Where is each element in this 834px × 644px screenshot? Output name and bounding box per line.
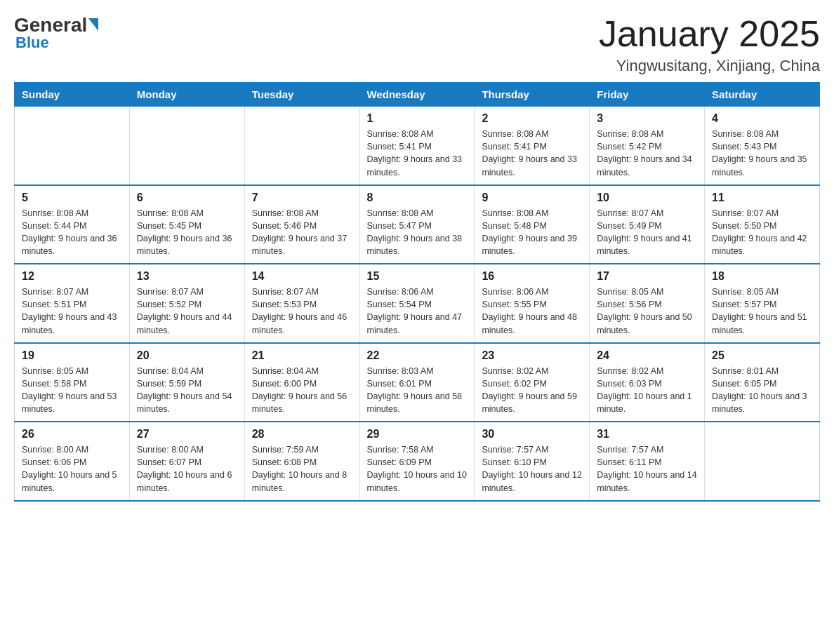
day-number: 29 <box>367 428 468 441</box>
day-info: Sunrise: 8:08 AMSunset: 5:48 PMDaylight:… <box>482 207 582 258</box>
calendar-week-1: 1Sunrise: 8:08 AMSunset: 5:41 PMDaylight… <box>15 107 820 185</box>
page-subtitle: Yingwusitang, Xinjiang, China <box>599 57 820 75</box>
calendar-cell: 16Sunrise: 8:06 AMSunset: 5:55 PMDayligh… <box>475 264 590 343</box>
calendar-cell <box>129 107 244 185</box>
day-info: Sunrise: 7:58 AMSunset: 6:09 PMDaylight:… <box>367 443 468 495</box>
calendar-cell: 15Sunrise: 8:06 AMSunset: 5:54 PMDayligh… <box>359 264 475 343</box>
day-info: Sunrise: 8:07 AMSunset: 5:53 PMDaylight:… <box>252 286 352 337</box>
day-number: 23 <box>482 349 582 362</box>
day-number: 22 <box>367 349 468 362</box>
calendar-week-3: 12Sunrise: 8:07 AMSunset: 5:51 PMDayligh… <box>15 264 820 343</box>
day-number: 4 <box>712 112 812 125</box>
calendar-cell: 17Sunrise: 8:05 AMSunset: 5:56 PMDayligh… <box>590 264 705 343</box>
day-info: Sunrise: 8:07 AMSunset: 5:51 PMDaylight:… <box>22 286 122 337</box>
day-number: 7 <box>252 192 352 204</box>
day-info: Sunrise: 8:08 AMSunset: 5:46 PMDaylight:… <box>252 207 352 258</box>
header-row: SundayMondayTuesdayWednesdayThursdayFrid… <box>15 83 820 107</box>
logo: General Blue <box>14 14 98 52</box>
header-day-thursday: Thursday <box>475 83 590 107</box>
day-number: 11 <box>712 192 812 204</box>
calendar-cell: 10Sunrise: 8:07 AMSunset: 5:49 PMDayligh… <box>590 185 705 264</box>
calendar-cell: 11Sunrise: 8:07 AMSunset: 5:50 PMDayligh… <box>705 185 820 264</box>
day-info: Sunrise: 8:07 AMSunset: 5:49 PMDaylight:… <box>597 207 697 258</box>
logo-arrow-icon <box>88 18 98 31</box>
day-info: Sunrise: 8:00 AMSunset: 6:07 PMDaylight:… <box>137 443 237 495</box>
day-info: Sunrise: 8:08 AMSunset: 5:41 PMDaylight:… <box>482 128 582 179</box>
day-info: Sunrise: 8:08 AMSunset: 5:41 PMDaylight:… <box>367 128 468 179</box>
day-info: Sunrise: 8:02 AMSunset: 6:02 PMDaylight:… <box>482 365 582 416</box>
day-info: Sunrise: 8:07 AMSunset: 5:52 PMDaylight:… <box>137 286 237 337</box>
day-number: 30 <box>482 428 582 441</box>
calendar-cell: 23Sunrise: 8:02 AMSunset: 6:02 PMDayligh… <box>475 343 590 422</box>
header-day-sunday: Sunday <box>15 83 130 107</box>
day-info: Sunrise: 8:03 AMSunset: 6:01 PMDaylight:… <box>367 365 468 416</box>
day-number: 24 <box>597 349 697 362</box>
day-info: Sunrise: 7:57 AMSunset: 6:10 PMDaylight:… <box>482 443 582 495</box>
day-number: 19 <box>22 349 122 362</box>
calendar-cell <box>244 107 359 185</box>
title-block: January 2025 Yingwusitang, Xinjiang, Chi… <box>599 14 820 75</box>
header-day-wednesday: Wednesday <box>359 83 475 107</box>
day-number: 1 <box>367 112 468 125</box>
calendar-cell: 27Sunrise: 8:00 AMSunset: 6:07 PMDayligh… <box>129 422 244 501</box>
calendar-cell: 14Sunrise: 8:07 AMSunset: 5:53 PMDayligh… <box>244 264 359 343</box>
calendar-cell: 8Sunrise: 8:08 AMSunset: 5:47 PMDaylight… <box>359 185 475 264</box>
calendar-cell <box>705 422 820 501</box>
day-number: 2 <box>482 112 582 125</box>
day-info: Sunrise: 8:02 AMSunset: 6:03 PMDaylight:… <box>597 365 697 416</box>
calendar-week-2: 5Sunrise: 8:08 AMSunset: 5:44 PMDaylight… <box>15 185 820 264</box>
day-number: 31 <box>597 428 697 441</box>
calendar-cell: 18Sunrise: 8:05 AMSunset: 5:57 PMDayligh… <box>705 264 820 343</box>
calendar-cell: 5Sunrise: 8:08 AMSunset: 5:44 PMDaylight… <box>15 185 130 264</box>
day-info: Sunrise: 8:08 AMSunset: 5:43 PMDaylight:… <box>712 128 812 179</box>
header-day-tuesday: Tuesday <box>244 83 359 107</box>
page-header: General Blue January 2025 Yingwusitang, … <box>14 14 820 75</box>
calendar-cell: 9Sunrise: 8:08 AMSunset: 5:48 PMDaylight… <box>475 185 590 264</box>
header-day-friday: Friday <box>590 83 705 107</box>
calendar-cell: 29Sunrise: 7:58 AMSunset: 6:09 PMDayligh… <box>359 422 475 501</box>
calendar-cell: 6Sunrise: 8:08 AMSunset: 5:45 PMDaylight… <box>129 185 244 264</box>
day-number: 16 <box>482 270 582 283</box>
calendar-cell: 25Sunrise: 8:01 AMSunset: 6:05 PMDayligh… <box>705 343 820 422</box>
day-number: 9 <box>482 192 582 204</box>
day-number: 10 <box>597 192 697 204</box>
calendar-cell: 24Sunrise: 8:02 AMSunset: 6:03 PMDayligh… <box>590 343 705 422</box>
calendar-table: SundayMondayTuesdayWednesdayThursdayFrid… <box>14 82 820 502</box>
day-info: Sunrise: 7:59 AMSunset: 6:08 PMDaylight:… <box>252 443 352 495</box>
calendar-body: 1Sunrise: 8:08 AMSunset: 5:41 PMDaylight… <box>15 107 820 501</box>
day-info: Sunrise: 8:04 AMSunset: 6:00 PMDaylight:… <box>252 365 352 416</box>
day-number: 25 <box>712 349 812 362</box>
day-number: 26 <box>22 428 122 441</box>
calendar-cell: 2Sunrise: 8:08 AMSunset: 5:41 PMDaylight… <box>475 107 590 185</box>
calendar-cell: 26Sunrise: 8:00 AMSunset: 6:06 PMDayligh… <box>15 422 130 501</box>
day-info: Sunrise: 8:05 AMSunset: 5:57 PMDaylight:… <box>712 286 812 337</box>
day-number: 21 <box>252 349 352 362</box>
day-info: Sunrise: 8:05 AMSunset: 5:58 PMDaylight:… <box>22 365 122 416</box>
day-info: Sunrise: 8:08 AMSunset: 5:47 PMDaylight:… <box>367 207 468 258</box>
day-number: 8 <box>367 192 468 204</box>
day-number: 15 <box>367 270 468 283</box>
day-info: Sunrise: 8:08 AMSunset: 5:44 PMDaylight:… <box>22 207 122 258</box>
calendar-week-5: 26Sunrise: 8:00 AMSunset: 6:06 PMDayligh… <box>15 422 820 501</box>
day-number: 27 <box>137 428 237 441</box>
day-info: Sunrise: 8:08 AMSunset: 5:42 PMDaylight:… <box>597 128 697 179</box>
calendar-cell: 30Sunrise: 7:57 AMSunset: 6:10 PMDayligh… <box>475 422 590 501</box>
calendar-cell: 21Sunrise: 8:04 AMSunset: 6:00 PMDayligh… <box>244 343 359 422</box>
day-number: 3 <box>597 112 697 125</box>
day-info: Sunrise: 8:06 AMSunset: 5:55 PMDaylight:… <box>482 286 582 337</box>
day-info: Sunrise: 8:04 AMSunset: 5:59 PMDaylight:… <box>137 365 237 416</box>
calendar-week-4: 19Sunrise: 8:05 AMSunset: 5:58 PMDayligh… <box>15 343 820 422</box>
page-title: January 2025 <box>599 14 820 54</box>
day-info: Sunrise: 8:07 AMSunset: 5:50 PMDaylight:… <box>712 207 812 258</box>
day-info: Sunrise: 8:01 AMSunset: 6:05 PMDaylight:… <box>712 365 812 416</box>
day-number: 5 <box>22 192 122 204</box>
day-number: 17 <box>597 270 697 283</box>
calendar-cell: 22Sunrise: 8:03 AMSunset: 6:01 PMDayligh… <box>359 343 475 422</box>
calendar-cell: 19Sunrise: 8:05 AMSunset: 5:58 PMDayligh… <box>15 343 130 422</box>
calendar-cell: 12Sunrise: 8:07 AMSunset: 5:51 PMDayligh… <box>15 264 130 343</box>
day-info: Sunrise: 8:00 AMSunset: 6:06 PMDaylight:… <box>22 443 122 495</box>
day-number: 12 <box>22 270 122 283</box>
day-info: Sunrise: 8:08 AMSunset: 5:45 PMDaylight:… <box>137 207 237 258</box>
day-number: 18 <box>712 270 812 283</box>
day-number: 28 <box>252 428 352 441</box>
